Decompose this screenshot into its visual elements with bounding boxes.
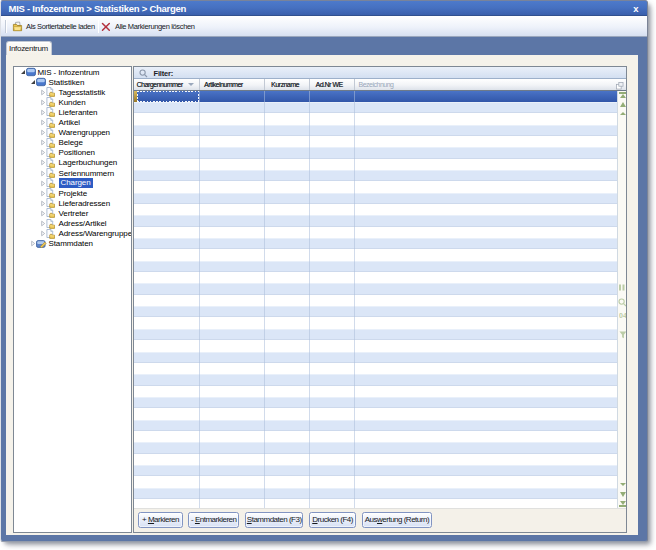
grid-rows-area[interactable]: [134, 91, 617, 508]
grid-row[interactable]: [134, 318, 617, 329]
tree-item-positionen[interactable]: Positionen: [14, 148, 132, 158]
tree-collapsed-icon[interactable]: [31, 240, 36, 247]
tree-item-label[interactable]: Warengruppen: [59, 128, 110, 137]
column-header-artikelnummer[interactable]: Artikelnummer: [200, 79, 265, 90]
grid-row[interactable]: [134, 193, 617, 204]
column-header-chargennummer[interactable]: Chargennummer: [134, 79, 200, 90]
grid-row[interactable]: [134, 136, 617, 147]
tree-collapsed-icon[interactable]: [41, 99, 46, 106]
grid-row[interactable]: [134, 408, 617, 419]
footer-button-drucken-f4[interactable]: Drucken (F4): [309, 512, 356, 528]
footer-button-stammdaten-f3[interactable]: Stammdaten (F3): [245, 512, 303, 528]
grid-scroll-strip[interactable]: 04: [617, 91, 627, 508]
tree-item-label[interactable]: Lagerbuchungen: [59, 158, 118, 167]
clear-marks-button[interactable]: Alle Markierungen löschen: [101, 16, 195, 37]
grid-row[interactable]: [134, 147, 617, 158]
grid-row[interactable]: [134, 476, 617, 487]
grid-row[interactable]: [134, 499, 617, 507]
tree-collapsed-icon[interactable]: [41, 180, 46, 187]
tree-item-stammdaten[interactable]: Stammdaten: [14, 239, 132, 249]
strip-search-icon[interactable]: [618, 293, 627, 311]
filter-bar[interactable]: Filter:: [134, 67, 626, 79]
tree-collapsed-icon[interactable]: [41, 109, 46, 116]
grid-row[interactable]: [134, 272, 617, 283]
grid-row[interactable]: [134, 363, 617, 374]
tree-item-kunden[interactable]: Kunden: [14, 97, 132, 107]
tree-collapsed-icon[interactable]: [41, 89, 46, 96]
grid-row[interactable]: [134, 420, 617, 431]
tree-item-label[interactable]: Projekte: [59, 189, 88, 198]
focused-cell[interactable]: [137, 91, 200, 102]
tree-item-label[interactable]: Lieferanten: [59, 108, 98, 117]
grid-row[interactable]: [134, 227, 617, 238]
tree-item-label[interactable]: Kunden: [59, 98, 86, 107]
column-header-bezeichnung[interactable]: Bezeichnung: [355, 79, 616, 90]
tree-collapsed-icon[interactable]: [41, 149, 46, 156]
tree-item-label[interactable]: Adress/Warengruppen: [59, 229, 133, 238]
scroll-up-icon[interactable]: [619, 112, 628, 115]
footer-button-auswertung-return[interactable]: Auswertung (Return): [362, 512, 432, 528]
tree-collapsed-icon[interactable]: [41, 139, 46, 146]
grid-row[interactable]: [134, 181, 617, 192]
tree-expanded-icon[interactable]: [21, 70, 25, 74]
selected-grid-row[interactable]: [134, 91, 617, 102]
tree-collapsed-icon[interactable]: [41, 220, 46, 227]
tree-item-lieferadressen[interactable]: Lieferadressen: [14, 198, 132, 208]
grid-row[interactable]: [134, 374, 617, 385]
tree-collapsed-icon[interactable]: [41, 190, 46, 197]
scroll-page-down-icon[interactable]: [619, 492, 628, 497]
tree-item-lieferanten[interactable]: Lieferanten: [14, 107, 132, 117]
tree-item-tagesstatistik[interactable]: Tagesstatistik: [14, 87, 132, 97]
tree-collapsed-icon[interactable]: [41, 159, 46, 166]
tree-item-seriennummern[interactable]: Seriennummern: [14, 168, 132, 178]
tab-infozentrum[interactable]: Infozentrum: [6, 41, 52, 55]
tree-collapsed-icon[interactable]: [41, 119, 46, 126]
grid-row[interactable]: [134, 102, 617, 113]
tree-item-vertreter[interactable]: Vertreter: [14, 208, 132, 218]
column-chooser-icon[interactable]: [616, 82, 624, 90]
grid-row[interactable]: [134, 295, 617, 306]
grid-row[interactable]: [134, 329, 617, 340]
footer-button-markieren[interactable]: + Markieren: [138, 512, 183, 528]
grid-row[interactable]: [134, 442, 617, 453]
grid-row[interactable]: [134, 431, 617, 442]
close-icon[interactable]: x: [630, 3, 642, 14]
grid-row[interactable]: [134, 283, 617, 294]
load-sort-table-button[interactable]: Als Sortiertabelle laden: [12, 16, 95, 37]
strip-count-icon[interactable]: 04: [619, 312, 627, 319]
tree-item-label[interactable]: Lieferadressen: [59, 199, 111, 208]
tree-item-label[interactable]: Artikel: [59, 118, 81, 127]
grid-row[interactable]: [134, 454, 617, 465]
tree-item-label[interactable]: Positionen: [59, 148, 95, 157]
tree-collapsed-icon[interactable]: [41, 230, 46, 237]
tree-item-label[interactable]: MIS - Infozentrum: [38, 68, 100, 77]
tree-expanded-icon[interactable]: [31, 80, 35, 84]
grid-row[interactable]: [134, 125, 617, 136]
tree-item-label[interactable]: Tagesstatistik: [59, 88, 106, 97]
tree-item-label[interactable]: Statistiken: [49, 78, 85, 87]
grid-row[interactable]: [134, 204, 617, 215]
grid-row[interactable]: [134, 306, 617, 317]
scroll-top-icon[interactable]: [619, 92, 628, 98]
tree-item-label[interactable]: Vertreter: [59, 209, 89, 218]
scroll-page-up-icon[interactable]: [619, 102, 628, 107]
tree-item-warengruppen[interactable]: Warengruppen: [14, 128, 132, 138]
tree-collapsed-icon[interactable]: [41, 170, 46, 177]
title-bar[interactable]: MIS - Infozentrum > Statistiken > Charge…: [1, 1, 647, 16]
tree-collapsed-icon[interactable]: [41, 200, 46, 207]
grid-row[interactable]: [134, 261, 617, 272]
grid-row[interactable]: [134, 488, 617, 499]
tree-item-label[interactable]: Chargen: [59, 178, 93, 188]
scroll-down-icon[interactable]: [619, 483, 628, 486]
grid-row[interactable]: [134, 340, 617, 351]
grid-row[interactable]: [134, 215, 617, 226]
tree-item-mis-infozentrum[interactable]: MIS - Infozentrum: [14, 67, 132, 77]
column-header-ad-nr-we[interactable]: Ad.Nr WE: [310, 79, 355, 90]
column-header-kurzname[interactable]: Kurzname: [265, 79, 310, 90]
tree-item-chargen[interactable]: Chargen: [14, 178, 132, 188]
grid-row[interactable]: [134, 397, 617, 408]
grid-row[interactable]: [134, 170, 617, 181]
tree-item-adress-warengruppen[interactable]: Adress/Warengruppen: [14, 229, 132, 239]
tree-item-lagerbuchungen[interactable]: Lagerbuchungen: [14, 158, 132, 168]
tree-item-statistiken[interactable]: Statistiken: [14, 77, 132, 87]
